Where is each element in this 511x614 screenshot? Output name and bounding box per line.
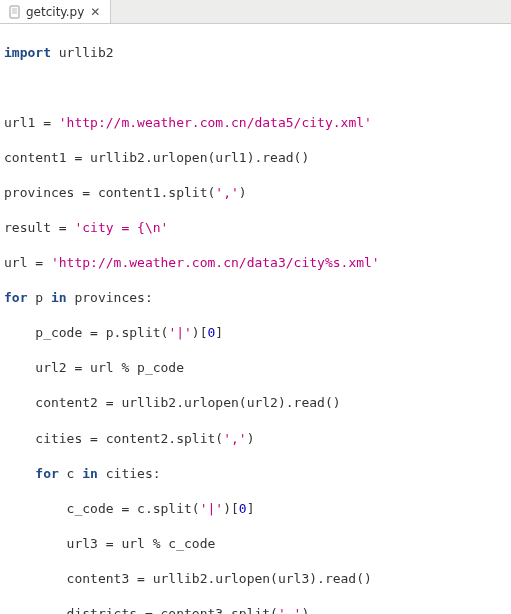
string-literal: 'http://m.weather.com.cn/data5/city.xml'	[59, 115, 372, 130]
code-text: )	[247, 431, 255, 446]
code-text: c_code = c.split(	[4, 501, 200, 516]
code-text: )	[239, 185, 247, 200]
code-text: content3 = urllib2.urlopen(url3).read()	[4, 571, 372, 586]
code-text: provinces:	[67, 290, 153, 305]
file-tab[interactable]: getcity.py ✕	[0, 0, 111, 23]
kw-in: in	[82, 466, 98, 481]
code-text: result =	[4, 220, 74, 235]
code-text: url3 = url % c_code	[4, 536, 215, 551]
string-literal: 'city = {\n'	[74, 220, 168, 235]
code-editor[interactable]: import urllib2 url1 = 'http://m.weather.…	[0, 24, 511, 614]
code-text: )	[301, 606, 309, 614]
code-text: cities = content2.split(	[4, 431, 223, 446]
module-name: urllib2	[59, 45, 114, 60]
code-text: cities:	[98, 466, 161, 481]
kw-in: in	[51, 290, 67, 305]
string-literal: 'http://m.weather.com.cn/data3/city%s.xm…	[51, 255, 380, 270]
code-text: districts = content3.split(	[4, 606, 278, 614]
kw-import: import	[4, 45, 51, 60]
tab-filename: getcity.py	[26, 5, 84, 19]
kw-for: for	[35, 466, 58, 481]
code-text: provinces = content1.split(	[4, 185, 215, 200]
code-text: p_code = p.split(	[4, 325, 168, 340]
tab-bar: getcity.py ✕	[0, 0, 511, 24]
code-text	[4, 466, 35, 481]
string-literal: '|'	[200, 501, 223, 516]
code-text: )[	[223, 501, 239, 516]
code-text: content2 = urllib2.urlopen(url2).read()	[4, 395, 341, 410]
string-literal: ','	[215, 185, 238, 200]
number-literal: 0	[239, 501, 247, 516]
svg-rect-0	[10, 6, 19, 18]
code-text: content1 = urllib2.urlopen(url1).read()	[4, 150, 309, 165]
code-text: ]	[215, 325, 223, 340]
code-text: url2 = url % p_code	[4, 360, 184, 375]
string-literal: ','	[223, 431, 246, 446]
string-literal: ','	[278, 606, 301, 614]
string-literal: '|'	[168, 325, 191, 340]
code-text: p	[27, 290, 50, 305]
close-icon[interactable]: ✕	[88, 5, 102, 19]
code-text: url =	[4, 255, 51, 270]
code-text: )[	[192, 325, 208, 340]
code-text: url1 =	[4, 115, 59, 130]
kw-for: for	[4, 290, 27, 305]
code-text: ]	[247, 501, 255, 516]
code-text: c	[59, 466, 82, 481]
file-icon	[8, 5, 22, 19]
